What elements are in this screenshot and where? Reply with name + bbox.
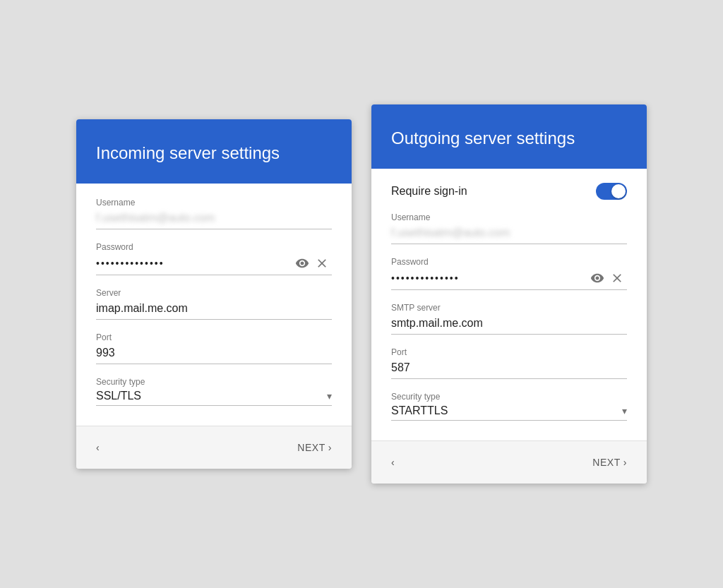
incoming-security-label: Security type (96, 377, 332, 387)
outgoing-username-group: Username (391, 212, 627, 244)
outgoing-username-input[interactable] (391, 225, 627, 241)
outgoing-body: Require sign-in Username Password (371, 169, 647, 440)
incoming-server-input[interactable] (96, 301, 332, 316)
outgoing-security-label: Security type (391, 392, 627, 402)
outgoing-password-group: Password (391, 257, 627, 290)
incoming-port-row (96, 345, 332, 364)
incoming-port-label: Port (96, 332, 332, 342)
incoming-username-group: Username (96, 198, 332, 229)
outgoing-footer: ‹ NEXT › (371, 440, 647, 484)
incoming-title: Incoming server settings (96, 142, 332, 164)
incoming-password-clear-button[interactable] (312, 255, 332, 272)
outgoing-port-row (391, 360, 627, 379)
require-signin-row: Require sign-in (391, 183, 627, 200)
incoming-back-button[interactable]: ‹ (96, 438, 100, 457)
incoming-username-input[interactable] (96, 210, 332, 226)
outgoing-port-label: Port (391, 347, 627, 357)
incoming-port-group: Port (96, 332, 332, 364)
incoming-username-row (96, 210, 332, 229)
incoming-password-input[interactable] (96, 256, 292, 270)
outgoing-port-group: Port (391, 347, 627, 379)
require-signin-label: Require sign-in (391, 185, 467, 198)
outgoing-smtp-group: SMTP server (391, 303, 627, 335)
outgoing-password-visibility-toggle[interactable] (587, 270, 607, 287)
outgoing-smtp-row (391, 316, 627, 335)
outgoing-username-row (391, 225, 627, 244)
outgoing-password-clear-button[interactable] (607, 270, 627, 287)
incoming-server-group: Server (96, 288, 332, 320)
incoming-server-row (96, 301, 332, 320)
outgoing-security-value: STARTTLS (391, 404, 622, 417)
incoming-password-visibility-toggle[interactable] (292, 255, 312, 272)
outgoing-title: Outgoing server settings (391, 127, 627, 149)
incoming-next-button[interactable]: NEXT › (297, 438, 332, 457)
incoming-header: Incoming server settings (76, 119, 352, 184)
incoming-body: Username Password (76, 184, 352, 426)
outgoing-username-label: Username (391, 212, 627, 222)
outgoing-smtp-input[interactable] (391, 316, 627, 331)
outgoing-back-button[interactable]: ‹ (391, 452, 395, 472)
incoming-security-dropdown[interactable]: SSL/TLS ▾ (96, 390, 332, 406)
outgoing-security-chevron-icon: ▾ (622, 405, 627, 416)
outgoing-header: Outgoing server settings (371, 104, 647, 169)
incoming-server-label: Server (96, 288, 332, 298)
incoming-server-card: Incoming server settings Username Passwo… (76, 119, 352, 469)
require-signin-toggle[interactable] (596, 183, 627, 200)
outgoing-password-input[interactable] (391, 271, 587, 285)
incoming-security-group: Security type SSL/TLS ▾ (96, 377, 332, 406)
incoming-username-label: Username (96, 198, 332, 208)
outgoing-password-label: Password (391, 257, 627, 267)
outgoing-password-row (391, 270, 627, 290)
outgoing-security-group: Security type STARTTLS ▾ (391, 392, 627, 421)
incoming-password-row (96, 255, 332, 275)
incoming-security-chevron-icon: ▾ (327, 390, 332, 402)
outgoing-security-dropdown[interactable]: STARTTLS ▾ (391, 404, 627, 421)
incoming-security-value: SSL/TLS (96, 390, 327, 402)
outgoing-server-card: Outgoing server settings Require sign-in… (371, 104, 647, 484)
outgoing-port-input[interactable] (391, 360, 627, 376)
incoming-password-label: Password (96, 242, 332, 252)
incoming-footer: ‹ NEXT › (76, 426, 352, 469)
incoming-port-input[interactable] (96, 345, 332, 361)
outgoing-smtp-label: SMTP server (391, 303, 627, 313)
outgoing-next-button[interactable]: NEXT › (592, 452, 627, 472)
incoming-password-group: Password (96, 242, 332, 275)
